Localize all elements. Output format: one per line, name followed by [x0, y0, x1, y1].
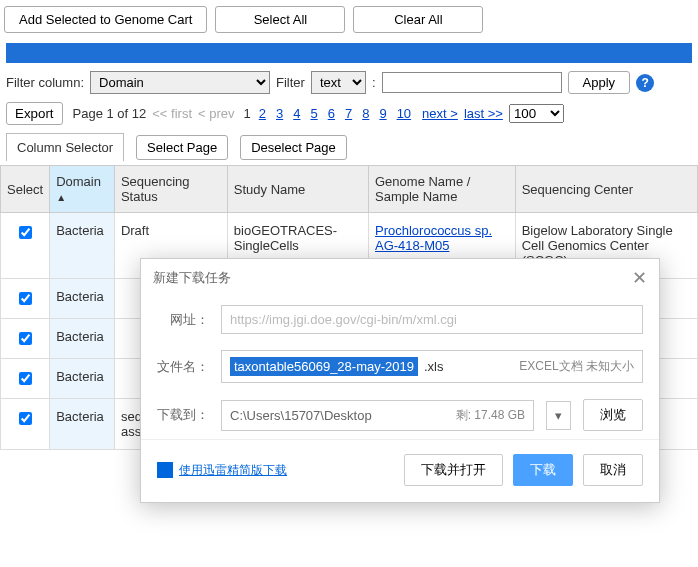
- row-checkbox[interactable]: [19, 412, 32, 425]
- url-field[interactable]: https://img.jgi.doe.gov/cgi-bin/m/xml.cg…: [221, 305, 643, 334]
- col-select[interactable]: Select: [1, 166, 50, 213]
- row-checkbox[interactable]: [19, 332, 32, 345]
- cell-domain: Bacteria: [50, 399, 115, 450]
- browse-button[interactable]: 浏览: [583, 399, 643, 431]
- col-study[interactable]: Study Name: [227, 166, 368, 213]
- thunder-link[interactable]: 使用迅雷精简版下载: [157, 462, 287, 479]
- select-page-button[interactable]: Select Page: [136, 135, 228, 160]
- row-checkbox[interactable]: [19, 372, 32, 385]
- cell-domain: Bacteria: [50, 279, 115, 319]
- clear-all-button[interactable]: Clear All: [353, 6, 483, 33]
- pager-last[interactable]: last >>: [464, 106, 503, 121]
- page-info: Page 1 of 12: [73, 106, 147, 121]
- cell-domain: Bacteria: [50, 319, 115, 359]
- page-7[interactable]: 7: [343, 106, 354, 121]
- file-meta: EXCEL文档 未知大小: [519, 358, 634, 375]
- apply-button[interactable]: Apply: [568, 71, 631, 94]
- section-bar: [6, 43, 692, 63]
- url-label: 网址：: [157, 311, 209, 329]
- download-dialog: 新建下载任务 ✕ 网址： https://img.jgi.doe.gov/cgi…: [140, 258, 660, 503]
- dest-path: C:\Users\15707\Desktop: [230, 408, 372, 423]
- dest-label: 下载到：: [157, 406, 209, 424]
- page-9[interactable]: 9: [377, 106, 388, 121]
- page-4[interactable]: 4: [291, 106, 302, 121]
- dialog-title: 新建下载任务: [153, 269, 231, 287]
- col-domain[interactable]: Domain ▲: [50, 166, 115, 213]
- pager-prev: < prev: [198, 106, 235, 121]
- pager: Page 1 of 12 << first < prev 12345678910…: [73, 104, 564, 123]
- deselect-page-button[interactable]: Deselect Page: [240, 135, 347, 160]
- filter-label: Filter: [276, 75, 305, 90]
- download-button[interactable]: 下载: [513, 454, 573, 486]
- pager-first: << first: [152, 106, 192, 121]
- export-button[interactable]: Export: [6, 102, 63, 125]
- page-3[interactable]: 3: [274, 106, 285, 121]
- page-5[interactable]: 5: [308, 106, 319, 121]
- select-all-button[interactable]: Select All: [215, 6, 345, 33]
- filter-input[interactable]: [382, 72, 562, 93]
- col-center[interactable]: Sequencing Center: [515, 166, 697, 213]
- help-icon[interactable]: ?: [636, 74, 654, 92]
- free-space: 剩: 17.48 GB: [456, 407, 525, 424]
- page-10[interactable]: 10: [395, 106, 413, 121]
- col-genome[interactable]: Genome Name / Sample Name: [369, 166, 516, 213]
- add-selected-button[interactable]: Add Selected to Genome Cart: [4, 6, 207, 33]
- pager-next[interactable]: next >: [422, 106, 458, 121]
- sort-asc-icon: ▲: [56, 192, 66, 203]
- row-checkbox[interactable]: [19, 292, 32, 305]
- page-6[interactable]: 6: [326, 106, 337, 121]
- dest-dropdown[interactable]: ▾: [546, 401, 571, 430]
- filter-column-select[interactable]: Domain: [90, 71, 270, 94]
- genome-link[interactable]: Prochlorococcus sp. AG-418-M05: [375, 223, 492, 253]
- page-8[interactable]: 8: [360, 106, 371, 121]
- thunder-icon: [157, 462, 173, 478]
- filter-type-select[interactable]: text: [311, 71, 366, 94]
- cancel-button[interactable]: 取消: [583, 454, 643, 486]
- colon: :: [372, 75, 376, 90]
- filename-selected: taxontable56069_28-may-2019: [230, 357, 418, 376]
- download-open-button[interactable]: 下载并打开: [404, 454, 503, 486]
- cell-domain: Bacteria: [50, 359, 115, 399]
- filename-ext: .xls: [424, 359, 444, 374]
- cell-domain: Bacteria: [50, 213, 115, 279]
- col-seq-status[interactable]: Sequencing Status: [114, 166, 227, 213]
- close-icon[interactable]: ✕: [632, 267, 647, 289]
- filename-label: 文件名：: [157, 358, 209, 376]
- thunder-label: 使用迅雷精简版下载: [179, 462, 287, 479]
- page-1: 1: [244, 106, 251, 121]
- column-selector-tab[interactable]: Column Selector: [6, 133, 124, 161]
- page-2[interactable]: 2: [257, 106, 268, 121]
- dest-field[interactable]: C:\Users\15707\Desktop 剩: 17.48 GB: [221, 400, 534, 431]
- per-page-select[interactable]: 100: [509, 104, 564, 123]
- row-checkbox[interactable]: [19, 226, 32, 239]
- filename-field[interactable]: taxontable56069_28-may-2019.xls EXCEL文档 …: [221, 350, 643, 383]
- filter-column-label: Filter column:: [6, 75, 84, 90]
